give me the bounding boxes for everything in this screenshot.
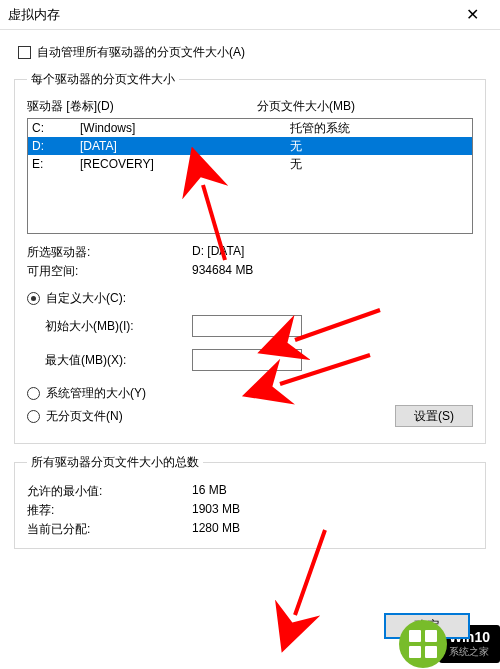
max-size-input[interactable] bbox=[192, 349, 302, 371]
max-size-row: 最大值(MB)(X): bbox=[45, 349, 473, 371]
drive-row-e[interactable]: E: [RECOVERY] 无 bbox=[28, 155, 472, 173]
free-space-value: 934684 MB bbox=[192, 263, 253, 280]
drive-label: [DATA] bbox=[80, 139, 290, 153]
pagefile-column-header: 分页文件大小(MB) bbox=[257, 98, 355, 115]
drive-pagefile: 托管的系统 bbox=[290, 120, 468, 137]
set-button[interactable]: 设置(S) bbox=[395, 405, 473, 427]
window-title: 虚拟内存 bbox=[8, 6, 452, 24]
watermark-text: Win10 系统之家 bbox=[439, 625, 500, 663]
watermark: Win10 系统之家 bbox=[399, 619, 500, 669]
per-drive-fieldset: 每个驱动器的分页文件大小 驱动器 [卷标](D) 分页文件大小(MB) C: [… bbox=[14, 71, 486, 444]
system-managed-label: 系统管理的大小(Y) bbox=[46, 385, 146, 402]
max-size-label: 最大值(MB)(X): bbox=[45, 352, 192, 369]
auto-manage-checkbox[interactable] bbox=[18, 46, 31, 59]
titlebar: 虚拟内存 ✕ bbox=[0, 0, 500, 30]
rec-row: 推荐: 1903 MB bbox=[27, 502, 473, 519]
watermark-line2: 系统之家 bbox=[449, 645, 490, 659]
custom-size-radio-row[interactable]: 自定义大小(C): bbox=[27, 290, 473, 307]
rec-label: 推荐: bbox=[27, 502, 192, 519]
close-icon[interactable]: ✕ bbox=[452, 0, 492, 30]
custom-size-radio[interactable] bbox=[27, 292, 40, 305]
per-drive-legend: 每个驱动器的分页文件大小 bbox=[27, 71, 179, 88]
cur-label: 当前已分配: bbox=[27, 521, 192, 538]
initial-size-input[interactable] bbox=[192, 315, 302, 337]
drive-label: [RECOVERY] bbox=[80, 157, 290, 171]
drive-list-header: 驱动器 [卷标](D) 分页文件大小(MB) bbox=[27, 98, 473, 115]
total-fieldset: 所有驱动器分页文件大小的总数 允许的最小值: 16 MB 推荐: 1903 MB… bbox=[14, 454, 486, 549]
selected-drive-row: 所选驱动器: D: [DATA] bbox=[27, 244, 473, 261]
rec-value: 1903 MB bbox=[192, 502, 240, 519]
drive-letter: E: bbox=[32, 157, 80, 171]
drive-label: [Windows] bbox=[80, 121, 290, 135]
drive-letter: D: bbox=[32, 139, 80, 153]
min-row: 允许的最小值: 16 MB bbox=[27, 483, 473, 500]
free-space-label: 可用空间: bbox=[27, 263, 192, 280]
cur-row: 当前已分配: 1280 MB bbox=[27, 521, 473, 538]
drive-pagefile: 无 bbox=[290, 138, 468, 155]
initial-size-row: 初始大小(MB)(I): bbox=[45, 315, 473, 337]
total-legend: 所有驱动器分页文件大小的总数 bbox=[27, 454, 203, 471]
watermark-line1: Win10 bbox=[449, 629, 490, 645]
dialog-content: 自动管理所有驱动器的分页文件大小(A) 每个驱动器的分页文件大小 驱动器 [卷标… bbox=[0, 30, 500, 573]
drive-list[interactable]: C: [Windows] 托管的系统 D: [DATA] 无 E: [RECOV… bbox=[27, 118, 473, 234]
drive-row-d[interactable]: D: [DATA] 无 bbox=[28, 137, 472, 155]
system-managed-radio[interactable] bbox=[27, 387, 40, 400]
selected-drive-label: 所选驱动器: bbox=[27, 244, 192, 261]
drive-list-empty-space bbox=[28, 173, 472, 233]
min-value: 16 MB bbox=[192, 483, 227, 500]
drive-pagefile: 无 bbox=[290, 156, 468, 173]
selected-drive-value: D: [DATA] bbox=[192, 244, 244, 261]
drive-row-c[interactable]: C: [Windows] 托管的系统 bbox=[28, 119, 472, 137]
min-label: 允许的最小值: bbox=[27, 483, 192, 500]
no-pagefile-label: 无分页文件(N) bbox=[46, 408, 123, 425]
no-pagefile-radio[interactable] bbox=[27, 410, 40, 423]
drive-letter: C: bbox=[32, 121, 80, 135]
free-space-row: 可用空间: 934684 MB bbox=[27, 263, 473, 280]
initial-size-label: 初始大小(MB)(I): bbox=[45, 318, 192, 335]
watermark-logo-icon bbox=[399, 620, 447, 668]
system-managed-radio-row[interactable]: 系统管理的大小(Y) bbox=[27, 385, 473, 402]
cur-value: 1280 MB bbox=[192, 521, 240, 538]
auto-manage-row[interactable]: 自动管理所有驱动器的分页文件大小(A) bbox=[14, 44, 486, 61]
drive-column-header: 驱动器 [卷标](D) bbox=[27, 98, 257, 115]
custom-size-label: 自定义大小(C): bbox=[46, 290, 126, 307]
auto-manage-label: 自动管理所有驱动器的分页文件大小(A) bbox=[37, 44, 245, 61]
